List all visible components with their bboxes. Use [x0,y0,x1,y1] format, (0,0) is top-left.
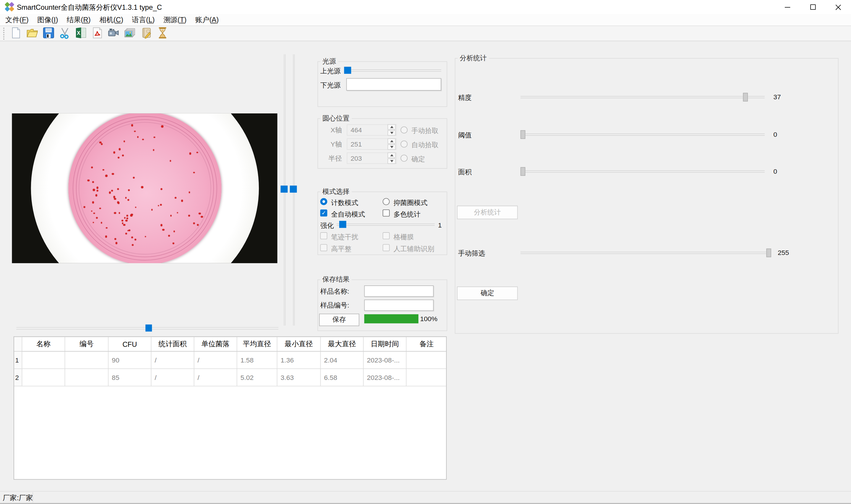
menu-item-t[interactable]: 溯源(T) [159,14,191,26]
excel-export-icon: X [75,26,87,40]
analysis-stats-group: 分析统计 精度 37 阈值 0 面积 0 分析统计 手动筛选 255 确定 [455,58,838,334]
confirm-button[interactable]: 确定 [457,287,518,300]
colony-dot [168,235,170,236]
extra-option-checkbox-2[interactable] [320,244,327,251]
image-gallery-button[interactable] [123,26,138,40]
close-button[interactable] [826,0,851,14]
pick-option-radio-0[interactable] [401,126,408,133]
colony-dot [194,222,195,224]
new-file-button[interactable] [8,26,23,40]
horizontal-splitter-handle[interactable] [145,324,152,331]
manual-filter-slider-track[interactable] [520,252,771,254]
area-slider-handle[interactable] [520,167,525,176]
sample-name-input[interactable] [364,285,433,297]
area-slider-track[interactable] [520,170,765,173]
precision-slider-handle[interactable] [743,93,748,101]
sample-code-input[interactable] [364,300,433,311]
open-folder-button[interactable] [25,26,40,40]
menu-item-a[interactable]: 账户(A) [191,14,223,26]
colony-dot [123,224,125,226]
count-mode-radio[interactable] [320,198,327,205]
top-light-slider-track[interactable] [344,69,441,72]
colony-dot [113,196,115,198]
column-header-4[interactable]: 单位菌落 [195,337,237,351]
pick-option-label: 自动拾取 [411,141,438,150]
colony-dot [181,200,183,202]
pick-option-radio-1[interactable] [401,141,408,148]
table-row[interactable]: 190//1.581.362.042023-08-... [14,352,446,369]
column-header-7[interactable]: 最大直径 [321,337,364,351]
table-cell [22,352,65,368]
manual-filter-slider-handle[interactable] [766,249,771,257]
column-header-0[interactable]: 名称 [22,337,65,351]
sample-code-label: 样品编号: [320,301,349,310]
multicolor-stats-checkbox[interactable] [383,210,390,217]
menu-item-i[interactable]: 图像(I) [33,14,62,26]
save-button[interactable]: 保存 [319,314,359,326]
minimize-button[interactable] [775,0,800,14]
axis-label: X轴 [318,126,342,135]
menu-item-r[interactable]: 结果(R) [62,14,95,26]
inhibition-zone-mode-label: 抑菌圈模式 [394,199,428,208]
save-result-group: 保存结果 样品名称: 样品编号: 保存 100% [318,280,447,331]
bottom-light-slider[interactable] [346,78,441,90]
excel-export-button[interactable]: X [74,26,89,40]
top-light-slider-handle[interactable] [344,67,351,74]
extra-option-checkbox-0[interactable] [320,232,327,239]
save-button[interactable] [41,26,56,40]
area-value: 0 [773,168,777,176]
analyze-stats-button[interactable]: 分析统计 [457,205,518,219]
vertical-splitter-handle-1[interactable] [281,185,288,193]
column-header-2[interactable]: CFU [108,337,151,351]
column-header-5[interactable]: 平均直径 [237,337,277,351]
colony-dot [142,139,144,140]
spin-up-button[interactable] [387,124,396,130]
spin-up-button[interactable] [387,138,396,144]
multicolor-stats-label: 多色统计 [394,210,421,219]
threshold-slider-handle[interactable] [520,130,525,139]
column-header-3[interactable]: 统计面积 [151,337,194,351]
history-hourglass-button[interactable] [155,26,170,40]
dish-image[interactable] [12,113,277,263]
toolbar-grip-handle[interactable] [3,28,4,39]
extra-option-label-2: 高平整 [331,245,351,254]
cut-button[interactable] [58,26,72,40]
menu-item-l[interactable]: 语言(L) [128,14,159,26]
status-separator [33,492,33,503]
full-auto-mode-checkbox[interactable]: ✓ [320,210,327,217]
threshold-value: 0 [773,131,777,139]
menu-item-c[interactable]: 相机(C) [95,14,127,26]
report-notebook-button[interactable] [139,26,153,40]
circle-position-group-title: 圆心位置 [320,114,352,123]
camera-button[interactable] [106,26,121,40]
column-header-8[interactable]: 日期时间 [364,337,406,351]
colony-dot [188,215,190,216]
precision-slider-track[interactable] [520,96,765,98]
extra-option-checkbox-1[interactable] [383,232,390,239]
pick-option-label: 手动拾取 [411,126,438,136]
table-row[interactable]: 285//5.023.636.582023-08-... [14,369,446,386]
threshold-slider-track[interactable] [520,133,765,136]
column-header-6[interactable]: 最小直径 [277,337,321,351]
manufacturer-status: 厂家:厂家 [3,493,33,503]
inhibition-zone-mode-radio[interactable] [383,198,390,205]
spin-down-button[interactable] [387,130,396,136]
colony-dot [92,181,94,183]
spin-down-button[interactable] [387,144,396,150]
column-header-1[interactable]: 编号 [65,337,108,351]
menu-item-f[interactable]: 文件(F) [1,14,33,26]
spin-down-button[interactable] [387,158,396,164]
light-source-group: 光源 上光源 下光源 [318,61,447,107]
extra-option-checkbox-3[interactable] [383,244,390,251]
colony-dot [103,169,104,171]
enhance-slider-track[interactable] [337,223,435,226]
enhance-slider-handle[interactable] [339,221,346,228]
pdf-export-button[interactable] [90,26,105,40]
spin-up-button[interactable] [387,152,396,158]
colony-dot [84,206,85,208]
pick-option-radio-2[interactable] [401,155,408,162]
column-header-9[interactable]: 备注 [406,337,447,351]
restore-button[interactable] [800,0,825,14]
vertical-splitter-handle-2[interactable] [290,185,297,193]
colony-dot [151,209,153,211]
